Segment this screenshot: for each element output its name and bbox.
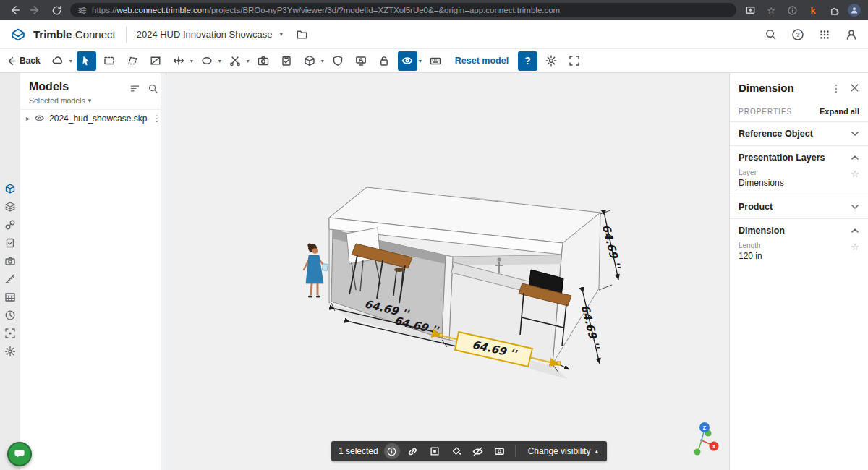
- selection-screen-button[interactable]: [491, 443, 509, 460]
- rail-history-icon[interactable]: [4, 309, 16, 321]
- install-app-icon[interactable]: [743, 3, 757, 17]
- section-presentation-layers[interactable]: Presentation Layers Layer Dimensions ☆: [730, 145, 868, 195]
- brand-connect: Connect: [75, 28, 116, 40]
- account-icon[interactable]: [845, 28, 858, 41]
- browser-back-icon[interactable]: [7, 3, 22, 17]
- rail-settings-icon[interactable]: [4, 346, 16, 357]
- rail-focus-icon[interactable]: [4, 328, 16, 339]
- keyboard-shortcuts-button[interactable]: [426, 51, 446, 71]
- model-list-item[interactable]: ▸ 2024_hud_showcase.skp ⋮: [20, 109, 166, 127]
- snapshot-button[interactable]: [254, 51, 273, 71]
- address-bar[interactable]: https://web.connect.trimble.com/projects…: [70, 3, 736, 17]
- sort-icon[interactable]: [129, 83, 140, 94]
- selection-hide-button[interactable]: [469, 443, 487, 460]
- selection-info-button[interactable]: [384, 443, 400, 459]
- visibility-caret-icon[interactable]: ▾: [419, 58, 422, 64]
- section-reference-object[interactable]: Reference Object: [730, 121, 868, 145]
- favorite-star-icon[interactable]: ☆: [851, 168, 859, 179]
- move-caret-icon[interactable]: ▾: [190, 58, 193, 64]
- project-caret-icon[interactable]: ▾: [280, 31, 284, 38]
- rail-table-icon[interactable]: [4, 291, 16, 303]
- viewer-help-button[interactable]: ?: [518, 51, 537, 71]
- rail-layers-icon[interactable]: [4, 201, 16, 213]
- panel-kebab-icon[interactable]: ⋮: [831, 82, 841, 94]
- markup-caret-icon[interactable]: ▾: [69, 58, 72, 64]
- back-button[interactable]: Back: [6, 56, 41, 67]
- clash-shield-button[interactable]: [328, 51, 348, 71]
- properties-panel-title: Dimension: [739, 82, 794, 94]
- dimension-label[interactable]: 64.69 '': [579, 304, 603, 351]
- site-settings-icon[interactable]: [77, 6, 87, 15]
- viewer-toolbar: Back ▾ ▾ ▾ ▾ ▾ ▾ Reset model ?: [0, 49, 868, 73]
- extension-k-icon[interactable]: k: [806, 3, 820, 17]
- project-folder-icon[interactable]: [296, 28, 308, 40]
- fullscreen-button[interactable]: [564, 51, 584, 71]
- reset-model-button[interactable]: Reset model: [455, 56, 509, 66]
- rail-views-icon[interactable]: [4, 255, 16, 267]
- model-caret-icon[interactable]: ▾: [321, 58, 324, 64]
- search-icon[interactable]: [765, 28, 777, 40]
- lock-button[interactable]: [375, 51, 394, 71]
- properties-label: PROPERTIES: [739, 108, 792, 116]
- layer-field: Layer Dimensions ☆: [739, 168, 859, 188]
- help-icon[interactable]: ?: [791, 28, 804, 41]
- model-visibility-eye-icon[interactable]: [34, 113, 45, 124]
- favorite-star-icon[interactable]: ☆: [851, 242, 859, 252]
- models-filter-caret-icon: ▾: [88, 98, 92, 104]
- select-tool-button[interactable]: [77, 51, 96, 71]
- markup-cloud-button[interactable]: [48, 51, 68, 71]
- expand-all-button[interactable]: Expand all: [820, 107, 859, 116]
- presentation-button[interactable]: [352, 51, 371, 71]
- selection-link-button[interactable]: [404, 443, 422, 460]
- project-name[interactable]: 2024 HUD Innovation Showcase: [137, 29, 273, 40]
- models-panel-scrollbar[interactable]: [161, 73, 166, 470]
- chevron-down-icon[interactable]: [851, 202, 859, 211]
- selection-bar-divider: [515, 445, 516, 457]
- move-tool-button[interactable]: [169, 51, 189, 71]
- marquee-select-button[interactable]: [100, 51, 119, 71]
- models-filter-select[interactable]: Selected models ▾: [29, 96, 91, 105]
- visibility-tool-button[interactable]: [398, 51, 417, 71]
- shape-tool-button[interactable]: [197, 51, 217, 71]
- chevron-down-icon[interactable]: [851, 129, 859, 138]
- dimension-label[interactable]: 64.69 '': [600, 223, 624, 271]
- bookmark-star-icon[interactable]: ☆: [764, 3, 778, 17]
- expand-caret-icon[interactable]: ▸: [26, 115, 30, 122]
- person-figure[interactable]: [304, 243, 328, 297]
- rail-todo-icon[interactable]: [4, 237, 16, 249]
- browser-reload-icon[interactable]: [49, 3, 64, 17]
- change-visibility-button[interactable]: Change visibility ▴: [522, 446, 604, 456]
- selection-isolate-button[interactable]: [426, 443, 443, 460]
- section-product[interactable]: Product: [730, 195, 868, 218]
- url-path: /projects/BROo-nyP3Yw/viewer/3d/?modelId…: [209, 6, 560, 14]
- section-plane-button[interactable]: [146, 51, 166, 71]
- app-header: Trimble Connect 2024 HUD Innovation Show…: [0, 20, 868, 49]
- back-arrow-icon: [6, 56, 17, 67]
- rail-measure-icon[interactable]: [4, 273, 16, 285]
- reader-mode-icon[interactable]: [785, 3, 799, 17]
- split-caret-icon[interactable]: ▾: [247, 58, 250, 64]
- selection-paint-button[interactable]: [448, 443, 465, 460]
- viewport-3d[interactable]: 64.69 '' 64.69 '' 64.69 '' 64.69 '' 64.6…: [166, 73, 729, 470]
- settings-button[interactable]: [541, 51, 561, 71]
- chevron-up-icon[interactable]: [851, 226, 859, 235]
- split-tool-button[interactable]: [226, 51, 245, 71]
- browser-forward-icon[interactable]: [28, 3, 43, 17]
- chevron-up-icon[interactable]: [851, 153, 859, 162]
- apps-grid-icon[interactable]: [819, 29, 830, 40]
- shape-caret-icon[interactable]: ▾: [218, 58, 221, 64]
- panel-close-icon[interactable]: [850, 83, 859, 93]
- models-search-icon[interactable]: [148, 83, 158, 94]
- model-cube-button[interactable]: [300, 51, 320, 71]
- rail-link-icon[interactable]: [4, 219, 16, 231]
- chat-icon: [13, 448, 26, 461]
- rail-models-icon[interactable]: [4, 183, 16, 195]
- section-dimension[interactable]: Dimension Length 120 in ☆: [730, 218, 868, 268]
- polygon-select-button[interactable]: [123, 51, 142, 71]
- axis-gizmo[interactable]: Z X: [686, 420, 723, 461]
- chat-widget-button[interactable]: [7, 442, 32, 466]
- extensions-puzzle-icon[interactable]: [827, 3, 841, 17]
- browser-profile-avatar[interactable]: [848, 4, 861, 17]
- gizmo-z-label: Z: [703, 424, 707, 431]
- todo-button[interactable]: [277, 51, 297, 71]
